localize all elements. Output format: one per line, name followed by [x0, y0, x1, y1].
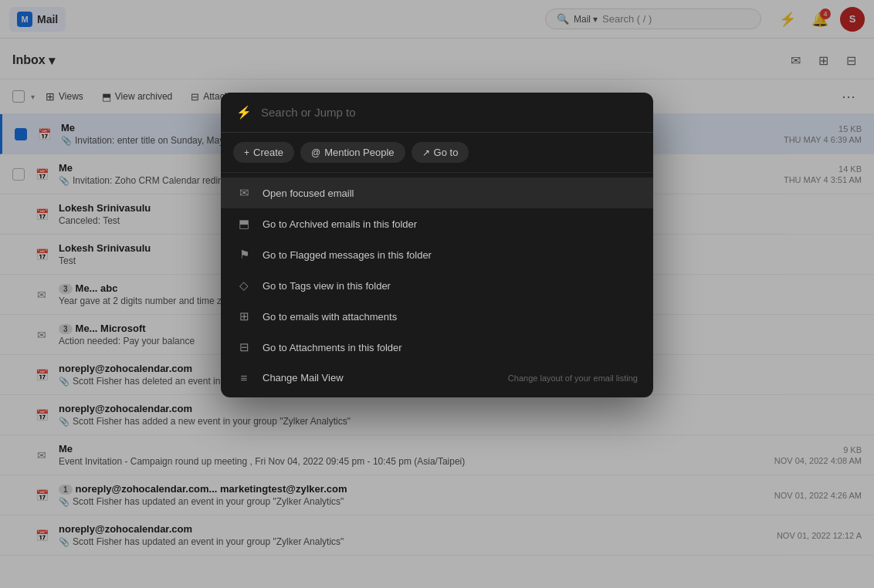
command-palette-overlay[interactable]: ⚡ + Create @ Mention People ↗ Go to ✉ Op… — [0, 0, 874, 588]
arrow-icon: ↗ — [422, 147, 430, 158]
list-item[interactable]: ⬒ Go to Archived emails in this folder — [221, 208, 653, 239]
cp-goto-button[interactable]: ↗ Go to — [412, 142, 469, 163]
list-item[interactable]: ≡ Change Mail View Change layout of your… — [221, 363, 653, 393]
cp-mention-button[interactable]: @ Mention People — [300, 142, 405, 163]
cp-actions: + Create @ Mention People ↗ Go to — [221, 133, 653, 173]
layout-icon: ≡ — [236, 371, 252, 384]
cp-items-list: ✉ Open focused emaill ⬒ Go to Archived e… — [221, 173, 653, 397]
attachments-folder-icon: ⊟ — [236, 340, 252, 354]
plus-icon: + — [244, 147, 249, 158]
bolt-icon: ⚡ — [236, 105, 252, 120]
list-item[interactable]: ⊞ Go to emails with attachments — [221, 301, 653, 332]
tag-icon: ◇ — [236, 279, 252, 292]
cp-create-button[interactable]: + Create — [233, 142, 294, 163]
attachment-filter-icon: ⊞ — [236, 309, 252, 323]
list-item[interactable]: ⊟ Go to Attachments in this folder — [221, 332, 653, 363]
command-palette: ⚡ + Create @ Mention People ↗ Go to ✉ Op… — [221, 93, 653, 397]
list-item[interactable]: ◇ Go to Tags view in this folder — [221, 270, 653, 301]
flag-icon: ⚑ — [236, 248, 252, 262]
archive-icon: ⬒ — [236, 217, 252, 231]
email-icon: ✉ — [236, 186, 252, 200]
cp-search-input[interactable] — [261, 106, 638, 119]
list-item[interactable]: ✉ Open focused emaill — [221, 177, 653, 208]
at-icon: @ — [311, 147, 320, 158]
list-item[interactable]: ⚑ Go to Flagged messages in this folder — [221, 239, 653, 270]
cp-search-row: ⚡ — [221, 93, 653, 133]
